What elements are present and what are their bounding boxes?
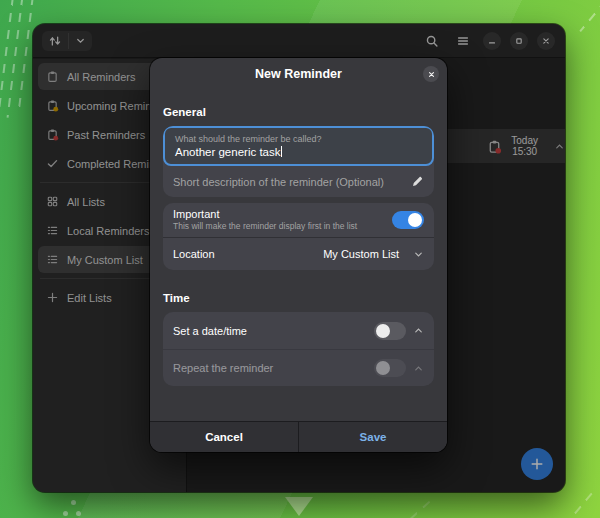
edit-pencil-icon [411,175,424,188]
app-window: All Reminders Upcoming Reminders Past Re… [33,24,565,492]
wallpaper-triangle [285,497,313,516]
general-section-label: General [163,106,434,118]
dialog-close-button[interactable] [423,66,439,82]
title-input-label: What should the reminder be called? [175,133,422,145]
important-location-group: Important This will make the reminder di… [163,203,434,270]
dialog-header: New Reminder [150,58,447,90]
important-toggle[interactable] [392,211,424,229]
chevron-down-icon [413,249,424,260]
text-caret [281,146,282,157]
toggle-knob [376,361,390,375]
chevron-up-icon [413,363,424,374]
close-icon [427,70,436,79]
cancel-button[interactable]: Cancel [150,422,298,452]
location-value: My Custom List [323,248,399,260]
time-group: Set a date/time Repeat the reminder [163,312,434,386]
datetime-label: Set a date/time [173,325,247,337]
new-reminder-dialog: New Reminder General What should the rem… [150,58,447,452]
datetime-row[interactable]: Set a date/time [163,312,434,349]
wallpaper-dot [63,511,68,516]
dialog-actions: Cancel Save [150,421,447,452]
wallpaper-dot [71,500,76,505]
important-title: Important [173,208,392,221]
location-label: Location [173,248,215,260]
wallpaper-dot [76,511,81,516]
repeat-toggle[interactable] [374,359,406,377]
reminder-title-input[interactable]: What should the reminder be called? Anot… [163,126,434,166]
location-row[interactable]: Location My Custom List [163,237,434,270]
toggle-knob [376,324,390,338]
repeat-row[interactable]: Repeat the reminder [163,349,434,386]
important-row: Important This will make the reminder di… [163,203,434,237]
dialog-body: General What should the reminder be call… [150,90,447,421]
datetime-toggle[interactable] [374,322,406,340]
dialog-title: New Reminder [255,67,342,81]
title-input-value: Another generic task [175,145,422,160]
description-placeholder: Short description of the reminder (Optio… [173,176,384,188]
chevron-up-icon [413,325,424,336]
time-section-label: Time [163,292,434,304]
repeat-label: Repeat the reminder [173,362,273,374]
toggle-knob [408,213,422,227]
important-subtitle: This will make the reminder display firs… [173,221,392,232]
save-button[interactable]: Save [298,422,447,452]
description-row[interactable]: Short description of the reminder (Optio… [163,166,434,197]
general-group: What should the reminder be called? Anot… [163,126,434,197]
